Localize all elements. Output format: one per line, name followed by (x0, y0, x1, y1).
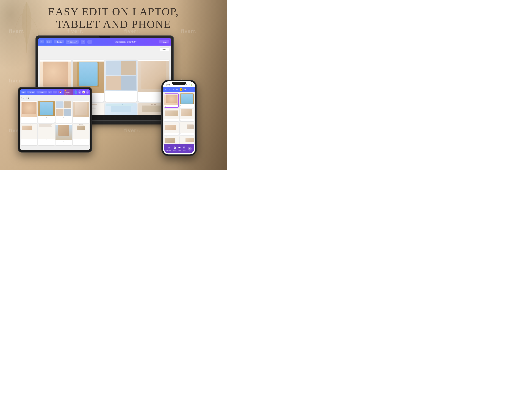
tablet-chart-icon[interactable]: 📊 (82, 90, 85, 94)
phone-page-4-num: 4 (180, 119, 194, 121)
phone-screen: 10:44 ▶ ▶▶ 🔋 ≡ ↩ ↪ ••• ♛ 💬 ↓ ↑ (163, 81, 195, 154)
tablet-page-7-num: 7 (56, 140, 72, 142)
laptop-redo-btn[interactable]: ↪ (88, 40, 92, 44)
tablet-row-2: nuestro viaje de amor 5 6 (21, 124, 89, 146)
phone-delete-btn[interactable]: 🗑 Delete (173, 146, 177, 151)
tablet-body: File ● Resize ✏ Editing ▾ ↩ ↪ ⏰ ● Upgrad… (18, 87, 92, 152)
phone-select-icon: ☑ (183, 146, 185, 149)
phone-page-6-num: 6 (180, 133, 194, 135)
phone-page-3-num: 3 (164, 119, 179, 121)
phone-hide-icon: 👁 (178, 146, 181, 149)
tablet-page-8-num: 8 (73, 139, 89, 141)
title-line2: TABLET AND PHONE (0, 18, 227, 31)
tablet-user-icon[interactable]: C (75, 90, 77, 94)
tablet-content: Select all ⚙ 1 2 (20, 95, 90, 150)
main-title: EASY EDIT ON LAPTOP, TABLET AND PHONE (0, 5, 227, 31)
laptop-toolbar: ≡ File ● Resize ✏ Editing ▾ ↩ ↪ The mome… (38, 38, 171, 45)
phone: 10:44 ▶ ▶▶ 🔋 ≡ ↩ ↪ ••• ♛ 💬 ↓ ↑ (161, 80, 197, 156)
tablet-undo-btn[interactable]: ↩ (48, 91, 52, 94)
phone-hide-btn[interactable]: 👁 Hide (178, 146, 181, 151)
phone-duplicate-btn[interactable]: ⧉ Duplicate (166, 146, 171, 151)
tablet-file-btn[interactable]: File (21, 91, 26, 94)
phone-page-5[interactable]: 5 (164, 122, 179, 135)
phone-more-btn[interactable]: ••• (176, 88, 178, 91)
tablet-page-3-num: 3 (56, 116, 72, 118)
phone-page-2-num: 2 (180, 104, 194, 106)
phone-close-btn[interactable]: ✕ (188, 147, 192, 151)
phone-bottom-toolbar: ⧉ Duplicate 🗑 Delete 👁 Hide ☑ Select ✕ (164, 144, 194, 153)
tablet-page-3[interactable]: 3 (56, 101, 72, 123)
tablet-page-2-num: 2 (38, 116, 54, 118)
phone-time: 10:44 (166, 84, 170, 86)
phone-duplicate-icon: ⧉ (168, 146, 170, 149)
tablet-redo-btn[interactable]: ↪ (53, 91, 57, 94)
phone-body: 10:44 ▶ ▶▶ 🔋 ≡ ↩ ↪ ••• ♛ 💬 ↓ ↑ (161, 80, 197, 156)
title-line1: EASY EDIT ON LAPTOP, (0, 5, 227, 18)
tablet-upgrade-btn[interactable]: ● Upgrade to ... (64, 89, 73, 95)
tablet-page-5[interactable]: nuestro viaje de amor 5 (21, 124, 37, 146)
phone-status-icons: ▶ ▶▶ 🔋 (186, 84, 193, 86)
tablet-page-1[interactable]: 1 (21, 101, 37, 123)
phone-content: 1 2 E astro viaje darore (163, 92, 195, 145)
phone-select-btn[interactable]: ☑ Select (183, 146, 186, 151)
phone-pages-grid: 1 2 E astro viaje darore (164, 94, 194, 145)
laptop-doc-title: The moments of my baby (94, 41, 157, 43)
phone-undo-btn[interactable]: ↩ (168, 88, 171, 91)
tablet-page-8[interactable]: embarazo 8 (73, 124, 89, 146)
tablet-editing-btn[interactable]: ✏ Editing ▾ (37, 91, 47, 94)
phone-notch (172, 82, 186, 85)
phone-download-btn[interactable]: ↓ (187, 88, 190, 91)
phone-share-btn[interactable]: ↑ (191, 88, 194, 91)
tablet: File ● Resize ✏ Editing ▾ ↩ ↪ ⏰ ● Upgrad… (18, 87, 92, 152)
tablet-share-icon[interactable]: ↑ (86, 90, 89, 94)
phone-crown-btn[interactable]: ♛ (180, 88, 183, 91)
tablet-page-4-num: 4 (73, 117, 89, 119)
phone-chat-btn[interactable]: 💬 (184, 88, 186, 91)
tablet-page-1-num: 1 (21, 117, 37, 119)
laptop-page-3[interactable]: 3 (105, 60, 137, 101)
laptop-upgrade-btn[interactable]: ● Upgr... (159, 40, 169, 44)
laptop-editing-btn[interactable]: ✏ Editing ▾ (66, 40, 79, 44)
phone-page-8[interactable]: le notre virgathe 8 (180, 136, 194, 145)
phone-page-1-num: 1 (165, 105, 178, 107)
laptop-notch (99, 36, 110, 38)
phone-redo-btn[interactable]: ↪ (172, 88, 175, 91)
phone-page-1[interactable]: 1 (164, 94, 179, 108)
tablet-page-6-num: 6 (38, 139, 54, 141)
laptop-page-7[interactable]: our ultrasound (105, 103, 137, 115)
tablet-page-7[interactable]: 7 (56, 124, 72, 146)
tablet-page-6[interactable]: 6 (38, 124, 54, 146)
tablet-timer-btn[interactable]: ⏰ (58, 91, 62, 94)
laptop-page-3-num: 3 (105, 91, 137, 94)
tablet-select-all[interactable]: Select all ⚙ (21, 96, 89, 100)
laptop-menu-icon[interactable]: ≡ (40, 40, 44, 44)
phone-delete-icon: 🗑 (174, 146, 176, 149)
phone-page-2[interactable]: 2 (180, 94, 194, 108)
laptop-page-3-img (105, 60, 137, 91)
laptop-resize-btn[interactable]: ● Resize (54, 40, 64, 44)
phone-page-3[interactable]: E astro viaje darore 3 (164, 108, 179, 121)
phone-page-5-num: 5 (164, 133, 179, 135)
laptop-page-7-img: our ultrasound (105, 103, 137, 115)
laptop-select-btn[interactable]: Sele... (160, 47, 169, 51)
phone-page-7[interactable]: grandeur 7 (164, 136, 179, 145)
tablet-page-5-num: 5 (21, 139, 37, 141)
phone-page-6[interactable]: 6 (180, 122, 194, 135)
tablet-page-2[interactable]: 2 (38, 101, 54, 123)
tablet-row-1: 1 2 3 (21, 101, 89, 123)
tablet-add-icon[interactable]: + (78, 90, 81, 94)
laptop-file-btn[interactable]: File (46, 40, 52, 44)
phone-toolbar: ≡ ↩ ↪ ••• ♛ 💬 ↓ ↑ (163, 87, 195, 92)
tablet-resize-btn[interactable]: ● Resize (27, 91, 35, 94)
phone-menu-btn[interactable]: ≡ (164, 88, 167, 91)
tablet-toolbar: File ● Resize ✏ Editing ▾ ↩ ↪ ⏰ ● Upgrad… (20, 89, 90, 95)
tablet-screen: File ● Resize ✏ Editing ▾ ↩ ↪ ⏰ ● Upgrad… (20, 89, 90, 150)
laptop-undo-btn[interactable]: ↩ (81, 40, 85, 44)
phone-page-4[interactable]: 4 (180, 108, 194, 121)
tablet-page-4[interactable]: 4 (73, 101, 89, 123)
